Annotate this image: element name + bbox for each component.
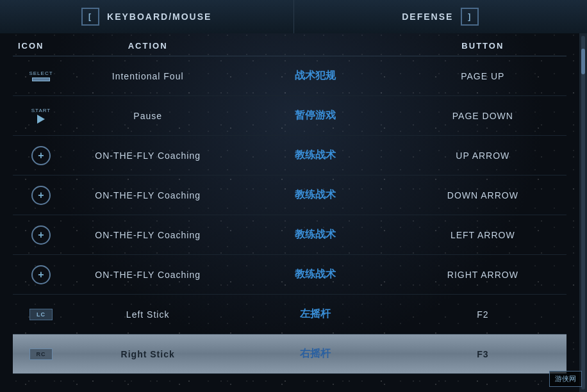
chinese-cell: 教练战术 xyxy=(231,149,399,162)
button-text: PAGE DOWN xyxy=(452,111,513,121)
chinese-cell: 暂停游戏 xyxy=(231,109,399,122)
button-cell: DOWN ARROW xyxy=(399,190,566,201)
icon-cell: + xyxy=(13,265,64,284)
tab-keyboard-mouse-label: KEYBOARD/MOUSE xyxy=(107,12,211,22)
chinese-text: 左摇杆 xyxy=(300,308,331,319)
tab-keyboard-mouse-badge-left: [ xyxy=(81,8,99,26)
table-area: ICON ACTION BUTTON SELECT Intentio xyxy=(0,33,579,392)
chinese-text: 教练战术 xyxy=(295,149,336,160)
scrollbar[interactable] xyxy=(579,33,587,392)
button-text: F2 xyxy=(477,309,488,320)
col-chinese xyxy=(231,41,399,51)
chinese-text: 战术犯规 xyxy=(295,70,336,81)
button-text: DOWN ARROW xyxy=(447,190,518,200)
action-text: ON-THE-FLY Coaching xyxy=(95,230,201,240)
button-text: RIGHT ARROW xyxy=(447,270,518,280)
select-icon: SELECT xyxy=(29,70,53,81)
chinese-text: 暂停游戏 xyxy=(295,110,336,120)
chinese-text: 右摇杆 xyxy=(300,348,331,359)
table-row[interactable]: + ON-THE-FLY Coaching 教练战术 LEFT ARROW xyxy=(13,215,566,255)
button-cell: F3 xyxy=(399,348,566,360)
icon-cell: + xyxy=(13,186,64,205)
action-cell: ON-THE-FLY Coaching xyxy=(64,229,231,241)
scrollbar-thumb[interactable] xyxy=(581,49,585,74)
table-row[interactable]: + ON-THE-FLY Coaching 教练战术 UP ARROW xyxy=(13,136,566,176)
icon-cell: LC xyxy=(13,309,64,320)
tab-defense-label: DEFENSE xyxy=(402,12,453,22)
col-icon: ICON xyxy=(13,41,64,51)
action-cell: ON-THE-FLY Coaching xyxy=(64,269,231,281)
lc-icon: LC xyxy=(29,309,53,320)
action-cell: Pause xyxy=(64,110,231,122)
action-cell: Intentional Foul xyxy=(64,70,231,82)
watermark: 游侠网 xyxy=(549,371,582,387)
circle-plus-icon: + xyxy=(31,265,51,284)
chinese-cell: 战术犯规 xyxy=(231,69,399,83)
start-icon: START xyxy=(31,108,51,124)
action-cell: ON-THE-FLY Coaching xyxy=(64,150,231,161)
chinese-cell: 右摇杆 xyxy=(231,347,399,361)
icon-cell: + xyxy=(13,225,64,245)
action-text: Left Stick xyxy=(126,309,170,320)
button-cell: UP ARROW xyxy=(399,150,566,161)
button-cell: LEFT ARROW xyxy=(399,229,566,241)
button-text: F3 xyxy=(477,349,488,359)
table-row[interactable]: START Pause 暂停游戏 PAGE DOWN xyxy=(13,96,566,136)
chinese-text: 教练战术 xyxy=(295,229,336,240)
action-text: Right Stick xyxy=(121,349,175,359)
action-cell: Right Stick xyxy=(64,348,231,360)
action-cell: ON-THE-FLY Coaching xyxy=(64,190,231,201)
table-row[interactable]: LC Left Stick 左摇杆 F2 xyxy=(13,295,566,334)
scrollbar-track xyxy=(581,36,585,389)
chinese-cell: 教练战术 xyxy=(231,188,399,202)
action-text: ON-THE-FLY Coaching xyxy=(95,270,201,280)
main-content: ICON ACTION BUTTON SELECT Intentio xyxy=(0,33,587,392)
action-text: ON-THE-FLY Coaching xyxy=(95,190,201,200)
col-button: BUTTON xyxy=(399,41,566,51)
chinese-cell: 左摇杆 xyxy=(231,307,399,321)
icon-cell: + xyxy=(13,146,64,165)
tab-keyboard-mouse[interactable]: [ KEYBOARD/MOUSE xyxy=(0,0,294,33)
table-row[interactable]: RC Right Stick 右摇杆 F3 xyxy=(13,334,566,374)
table-body: SELECT Intentional Foul 战术犯规 PAGE UP xyxy=(13,56,566,374)
button-cell: RIGHT ARROW xyxy=(399,269,566,281)
icon-cell: RC xyxy=(13,348,64,360)
icon-cell: START xyxy=(13,108,64,124)
table-row[interactable]: SELECT Intentional Foul 战术犯规 PAGE UP xyxy=(13,56,566,96)
circle-plus-icon: + xyxy=(31,146,51,165)
tab-defense-badge: ] xyxy=(461,8,479,26)
action-text: ON-THE-FLY Coaching xyxy=(95,151,201,161)
button-cell: F2 xyxy=(399,309,566,320)
button-text: LEFT ARROW xyxy=(451,230,515,240)
icon-cell: SELECT xyxy=(13,70,64,81)
table-row[interactable]: + ON-THE-FLY Coaching 教练战术 RIGHT ARROW xyxy=(13,255,566,295)
chinese-text: 教练战术 xyxy=(295,268,336,279)
rc-icon: RC xyxy=(29,348,53,360)
column-headers: ICON ACTION BUTTON xyxy=(13,33,566,56)
button-cell: PAGE UP xyxy=(399,70,566,82)
button-text: PAGE UP xyxy=(461,71,504,81)
tab-defense[interactable]: DEFENSE ] xyxy=(294,0,588,33)
circle-plus-icon: + xyxy=(31,186,51,205)
circle-plus-icon: + xyxy=(31,225,51,245)
action-text: Pause xyxy=(133,111,162,121)
table-row[interactable]: + ON-THE-FLY Coaching 教练战术 DOWN ARROW xyxy=(13,176,566,215)
chinese-text: 教练战术 xyxy=(295,189,336,200)
chinese-cell: 教练战术 xyxy=(231,228,399,241)
button-cell: PAGE DOWN xyxy=(399,110,566,122)
action-text: Intentional Foul xyxy=(112,71,184,81)
col-action: ACTION xyxy=(64,41,231,51)
chinese-cell: 教练战术 xyxy=(231,268,399,281)
action-cell: Left Stick xyxy=(64,309,231,320)
top-tabs: [ KEYBOARD/MOUSE DEFENSE ] xyxy=(0,0,587,33)
button-text: UP ARROW xyxy=(456,151,509,161)
